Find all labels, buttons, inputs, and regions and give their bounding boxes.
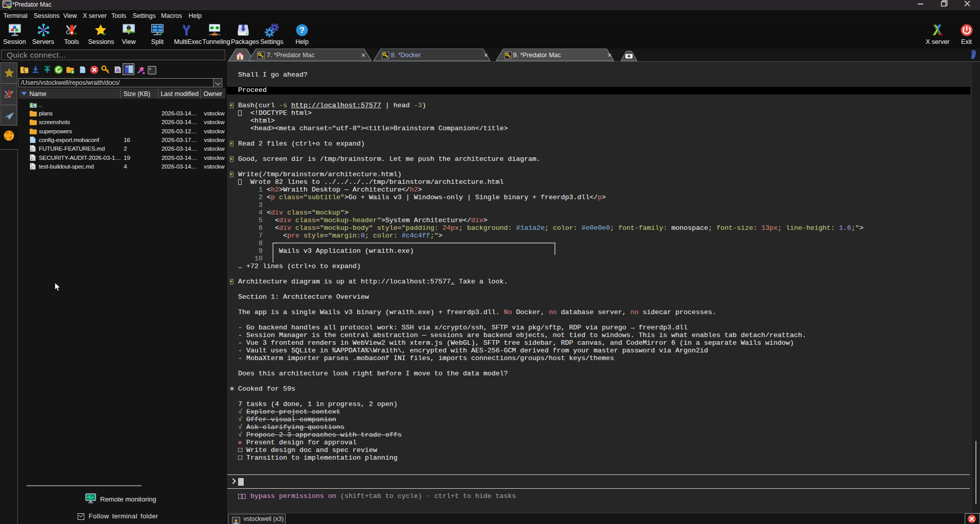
svg-text:A: A xyxy=(116,67,120,73)
svg-text:?: ? xyxy=(299,26,305,35)
